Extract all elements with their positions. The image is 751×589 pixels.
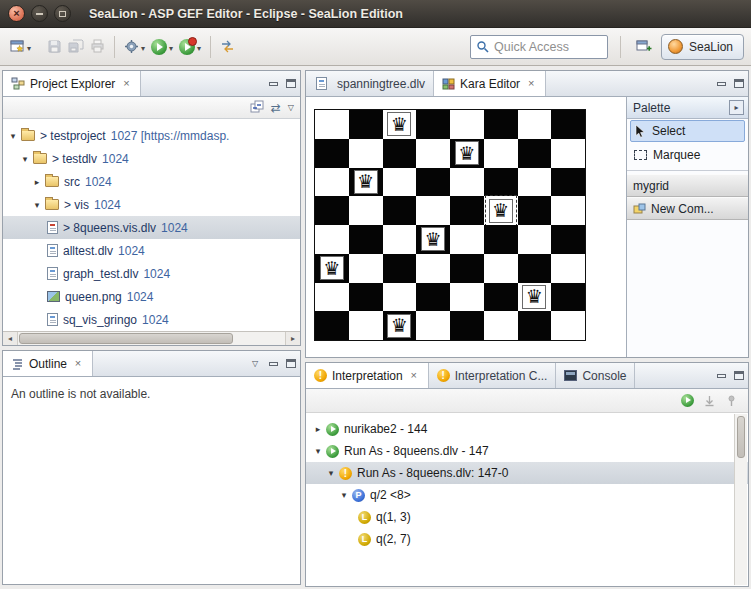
board-cell[interactable] — [484, 225, 518, 254]
board-cell[interactable] — [551, 225, 585, 254]
tree-item-nurikabe2[interactable]: nurikabe2 - 144 — [306, 418, 748, 440]
vertical-scrollbar[interactable] — [734, 414, 747, 585]
save-all-button[interactable] — [65, 34, 87, 60]
board-cell[interactable] — [518, 196, 552, 225]
link-with-editor-button[interactable] — [271, 102, 281, 114]
tree-item-run-as-147-0[interactable]: Run As - 8queens.dlv: 147-0 — [306, 462, 748, 484]
minimize-view-button[interactable] — [264, 75, 282, 93]
board-cell[interactable]: ♛ — [315, 254, 349, 283]
tab-spanningtree-dlv[interactable]: spanningtree.dlv — [306, 71, 434, 96]
window-minimize-button[interactable] — [31, 5, 48, 22]
minimize-view-button[interactable] — [264, 355, 282, 373]
tree-item-testdlv[interactable]: > testdlv 1024 — [3, 147, 300, 170]
board-cell[interactable] — [349, 254, 383, 283]
board-cell[interactable] — [349, 225, 383, 254]
view-menu-button[interactable] — [288, 103, 294, 112]
dropdown-arrow-icon[interactable] — [141, 40, 145, 54]
board-cell[interactable] — [450, 254, 484, 283]
queen-figure[interactable]: ♛ — [387, 314, 411, 338]
run-visualize-button[interactable] — [176, 34, 204, 60]
board-cell[interactable] — [484, 283, 518, 312]
minimize-view-button[interactable] — [712, 367, 730, 385]
board-cell[interactable] — [551, 139, 585, 168]
window-maximize-button[interactable] — [54, 5, 71, 22]
tree-item-src[interactable]: src 1024 — [3, 170, 300, 193]
collapse-all-button[interactable] — [250, 100, 264, 116]
board-cell[interactable] — [416, 168, 450, 197]
board-cell[interactable]: ♛ — [518, 283, 552, 312]
tree-item-graph-test-dlv[interactable]: graph_test.dlv 1024 — [3, 262, 300, 285]
board-cell[interactable] — [518, 110, 552, 139]
scroll-left-button[interactable] — [3, 332, 18, 345]
palette-drawer-mygrid[interactable]: mygrid — [627, 174, 748, 197]
board-cell[interactable] — [551, 283, 585, 312]
board-cell[interactable] — [383, 254, 417, 283]
board-cell[interactable] — [383, 283, 417, 312]
tree-item-alltest-dlv[interactable]: alltest.dlv 1024 — [3, 239, 300, 262]
close-tab-icon[interactable] — [408, 370, 420, 381]
save-button[interactable] — [44, 34, 65, 60]
expand-arrow-icon[interactable] — [312, 446, 324, 456]
horizontal-scrollbar[interactable] — [3, 331, 300, 345]
tab-console[interactable]: Console — [556, 363, 635, 388]
board-cell[interactable]: ♛ — [383, 110, 417, 139]
tab-interpretation[interactable]: Interpretation — [306, 363, 429, 388]
board-cell[interactable] — [450, 311, 484, 340]
board-cell[interactable] — [450, 283, 484, 312]
board-cell[interactable] — [315, 283, 349, 312]
queen-figure-selected[interactable]: ♛ — [489, 199, 513, 223]
board-cell[interactable] — [416, 196, 450, 225]
board-cell[interactable] — [450, 110, 484, 139]
new-wizard-button[interactable] — [7, 34, 34, 60]
board-cell[interactable] — [383, 139, 417, 168]
dropdown-arrow-icon[interactable] — [197, 40, 201, 54]
queen-figure[interactable]: ♛ — [320, 256, 344, 280]
tree-item-predicate-q2[interactable]: q/2 <8> — [306, 484, 748, 506]
scrollbar-thumb[interactable] — [737, 416, 745, 458]
board-cell[interactable] — [484, 168, 518, 197]
expand-arrow-icon[interactable] — [325, 468, 337, 478]
board-cell[interactable] — [383, 225, 417, 254]
tree-item-run-as-147[interactable]: Run As - 8queens.dlv - 147 — [306, 440, 748, 462]
board-cell[interactable] — [315, 225, 349, 254]
collapsed-arrow-icon[interactable] — [31, 177, 43, 187]
tree-item-sq-vis-gringo[interactable]: sq_vis_gringo 1024 — [3, 308, 300, 331]
tree-item-literal-q13[interactable]: q(1, 3) — [306, 506, 748, 528]
board-cell[interactable] — [416, 283, 450, 312]
board-cell[interactable] — [349, 311, 383, 340]
perspective-sealion-button[interactable]: SeaLion — [661, 34, 744, 60]
maximize-view-button[interactable] — [730, 75, 748, 93]
tree-item-testproject[interactable]: > testproject 1027 [https://mmdasp. — [3, 124, 300, 147]
board-cell[interactable] — [450, 196, 484, 225]
board-cell[interactable] — [450, 225, 484, 254]
minimize-view-button[interactable] — [712, 75, 730, 93]
view-menu-button[interactable] — [246, 355, 264, 373]
queen-figure[interactable]: ♛ — [455, 141, 479, 165]
board-cell[interactable] — [315, 196, 349, 225]
queen-figure[interactable]: ♛ — [354, 170, 378, 194]
close-tab-icon[interactable] — [525, 78, 537, 89]
board-cell[interactable]: ♛ — [450, 139, 484, 168]
board-cell[interactable] — [383, 196, 417, 225]
palette-tool-select[interactable]: Select — [630, 120, 745, 142]
palette-collapse-button[interactable] — [729, 100, 744, 115]
board-cell[interactable] — [416, 139, 450, 168]
board-cell[interactable] — [416, 311, 450, 340]
tree-item-vis[interactable]: > vis 1024 — [3, 193, 300, 216]
board-cell[interactable] — [551, 196, 585, 225]
queen-figure[interactable]: ♛ — [522, 285, 546, 309]
board-cell[interactable] — [518, 311, 552, 340]
tab-interpretation-comparison[interactable]: Interpretation C... — [429, 363, 557, 388]
board-cell[interactable] — [315, 139, 349, 168]
board-cell[interactable] — [518, 254, 552, 283]
run-solver-button[interactable] — [681, 394, 694, 407]
expand-arrow-icon[interactable] — [31, 200, 43, 210]
dropdown-arrow-icon[interactable] — [27, 40, 31, 54]
board-cell[interactable] — [349, 196, 383, 225]
palette-tool-marquee[interactable]: Marquee — [630, 144, 745, 166]
window-close-button[interactable] — [8, 5, 25, 22]
board-cell[interactable]: ♛ — [484, 196, 518, 225]
expand-arrow-icon[interactable] — [338, 490, 350, 500]
scroll-right-button[interactable] — [285, 332, 300, 345]
board-cell[interactable] — [349, 110, 383, 139]
